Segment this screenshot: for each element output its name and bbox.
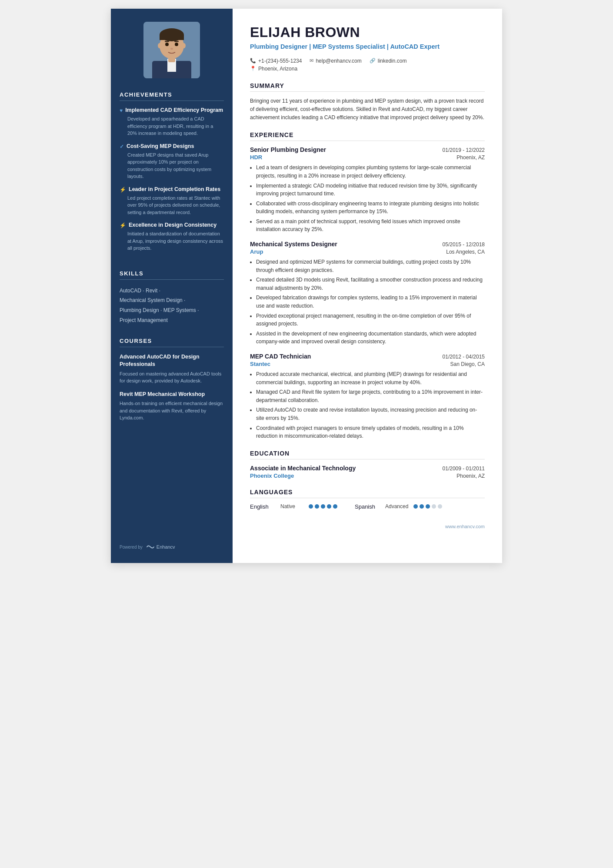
edu-school: Phoenix College xyxy=(250,473,294,479)
location-text: Phoenix, Arizona xyxy=(258,66,297,72)
lang-dot xyxy=(413,504,418,509)
lang-dot xyxy=(315,504,319,509)
job-title: MEP CAD Technician xyxy=(250,353,311,360)
lang-dot xyxy=(426,504,430,509)
email-icon: ✉ xyxy=(310,58,313,64)
job-company: Arup xyxy=(250,248,263,255)
candidate-name: ELIJAH BROWN xyxy=(250,24,485,40)
edu-degree: Associate in Mechanical Technology xyxy=(250,465,356,472)
education-title: EDUCATION xyxy=(250,450,485,459)
job-bullet: Served as a main point of technical supp… xyxy=(256,218,485,234)
course-desc: Hands-on training on efficient mechanica… xyxy=(120,400,224,422)
email-text: help@enhancv.com xyxy=(316,58,361,64)
courses-title: COURSES xyxy=(120,338,224,347)
skill-row: Plumbing Design · MEP Systems · xyxy=(120,305,224,315)
education-section: EDUCATION Associate in Mechanical Techno… xyxy=(250,450,485,479)
job-bullet: Collaborated with cross-disciplinary eng… xyxy=(256,200,485,216)
job-bullets: Produced accurate mechanical, electrical… xyxy=(250,370,485,440)
job-item: MEP CAD Technician 01/2012 - 04/2015 Sta… xyxy=(250,353,485,440)
enhancv-text: Enhancv xyxy=(157,544,175,550)
job-bullet: Coordinated with project managers to ens… xyxy=(256,424,485,440)
lang-dot xyxy=(420,504,424,509)
job-bullet: Provided exceptional project management,… xyxy=(256,312,485,328)
skill-row: Project Management xyxy=(120,315,224,325)
achievement-icon: ✓ xyxy=(120,144,124,150)
achievement-title: ✓ Cost-Saving MEP Designs xyxy=(120,143,224,150)
job-subrow: Arup Los Angeles, CA xyxy=(250,248,485,255)
job-company: HDR xyxy=(250,154,262,161)
location-row: 📍 Phoenix, Arizona xyxy=(250,66,485,72)
svg-point-9 xyxy=(175,43,178,46)
enhancv-logo: Enhancv xyxy=(146,544,175,550)
languages-title: LANGUAGES xyxy=(250,489,485,498)
lang-name: Spanish xyxy=(355,503,381,510)
main-footer: www.enhancv.com xyxy=(250,519,485,529)
jobs-list: Senior Plumbing Designer 01/2019 - 12/20… xyxy=(250,146,485,440)
skills-list: AutoCAD · Revit ·Mechanical System Desig… xyxy=(120,286,224,325)
courses-list: Advanced AutoCAD for Design Professional… xyxy=(120,353,224,422)
edu-subrow: Phoenix College Phoenix, AZ xyxy=(250,473,485,479)
phone-text: +1-(234)-555-1234 xyxy=(258,58,302,64)
achievement-desc: Created MEP designs that saved Arup appr… xyxy=(120,151,224,180)
achievement-desc: Led project completion rates at Stantec … xyxy=(120,194,224,216)
lang-dot xyxy=(432,504,436,509)
skills-title: SKILLS xyxy=(120,270,224,280)
course-title: Advanced AutoCAD for Design Professional… xyxy=(120,353,224,369)
job-bullet: Implemented a strategic CAD modeling ini… xyxy=(256,182,485,198)
job-bullet: Produced accurate mechanical, electrical… xyxy=(256,370,485,386)
job-header: Mechanical Systems Designer 05/2015 - 12… xyxy=(250,241,485,248)
job-dates: 05/2015 - 12/2018 xyxy=(443,241,485,248)
lang-dot xyxy=(438,504,442,509)
course-item: Revit MEP Mechanical Workshop Hands-on t… xyxy=(120,391,224,422)
job-bullets: Led a team of designers in developing co… xyxy=(250,164,485,234)
summary-text: Bringing over 11 years of experience in … xyxy=(250,97,485,122)
achievements-list: ♥ Implemented CAD Efficiency Program Dev… xyxy=(120,107,224,252)
lang-name: English xyxy=(250,503,276,510)
summary-title: SUMMARY xyxy=(250,82,485,92)
avatar-container xyxy=(120,22,224,78)
contact-row: 📞 +1-(234)-555-1234 ✉ help@enhancv.com 🔗… xyxy=(250,58,485,64)
svg-rect-7 xyxy=(160,35,184,40)
achievement-icon: ♥ xyxy=(120,107,123,114)
linkedin-text: linkedin.com xyxy=(378,58,407,64)
sidebar-footer: Powered by Enhancv xyxy=(120,535,224,550)
achievement-title: ⚡ Excellence in Design Consistency xyxy=(120,222,224,228)
achievement-title: ⚡ Leader in Project Completion Rates xyxy=(120,186,224,193)
job-title: Mechanical Systems Designer xyxy=(250,241,337,248)
lang-dots xyxy=(413,504,442,509)
achievement-desc: Initiated a standardization of documenta… xyxy=(120,230,224,252)
achievement-icon: ⚡ xyxy=(120,187,126,193)
job-bullet: Assisted in the development of new engin… xyxy=(256,330,485,346)
job-subrow: HDR Phoenix, AZ xyxy=(250,154,485,161)
resume-wrapper: ACHIEVEMENTS ♥ Implemented CAD Efficienc… xyxy=(111,9,502,563)
edu-location: Phoenix, AZ xyxy=(456,473,485,479)
powered-by-text: Powered by xyxy=(120,545,143,550)
languages-section: LANGUAGES English Native Spanish Advance… xyxy=(250,489,485,510)
edu-item: Associate in Mechanical Technology 01/20… xyxy=(250,465,485,479)
link-icon: 🔗 xyxy=(370,58,376,64)
summary-section: SUMMARY Bringing over 11 years of experi… xyxy=(250,82,485,122)
job-header: MEP CAD Technician 01/2012 - 04/2015 xyxy=(250,353,485,360)
job-bullet: Developed fabrication drawings for compl… xyxy=(256,294,485,310)
job-bullets: Designed and optimized MEP systems for c… xyxy=(250,258,485,346)
job-item: Mechanical Systems Designer 05/2015 - 12… xyxy=(250,241,485,346)
skill-row: Mechanical System Design · xyxy=(120,295,224,305)
job-bullet: Created detailed 3D models using Revit, … xyxy=(256,276,485,292)
job-title: Senior Plumbing Designer xyxy=(250,146,326,153)
lang-dot xyxy=(321,504,325,509)
svg-point-13 xyxy=(158,43,161,48)
job-company: Stantec xyxy=(250,361,270,367)
course-item: Advanced AutoCAD for Design Professional… xyxy=(120,353,224,385)
course-desc: Focused on mastering advanced AutoCAD to… xyxy=(120,370,224,385)
candidate-title: Plumbing Designer | MEP Systems Speciali… xyxy=(250,42,485,52)
email-contact: ✉ help@enhancv.com xyxy=(310,58,361,64)
achievement-desc: Developed and spearheaded a CAD efficien… xyxy=(120,115,224,137)
job-header: Senior Plumbing Designer 01/2019 - 12/20… xyxy=(250,146,485,153)
achievements-title: ACHIEVEMENTS xyxy=(120,91,224,101)
main-content: ELIJAH BROWN Plumbing Designer | MEP Sys… xyxy=(233,9,502,563)
experience-title: EXPERIENCE xyxy=(250,131,485,141)
lang-dots xyxy=(309,504,337,509)
achievement-item: ♥ Implemented CAD Efficiency Program Dev… xyxy=(120,107,224,137)
svg-point-14 xyxy=(182,43,186,48)
location-icon: 📍 xyxy=(250,66,256,71)
